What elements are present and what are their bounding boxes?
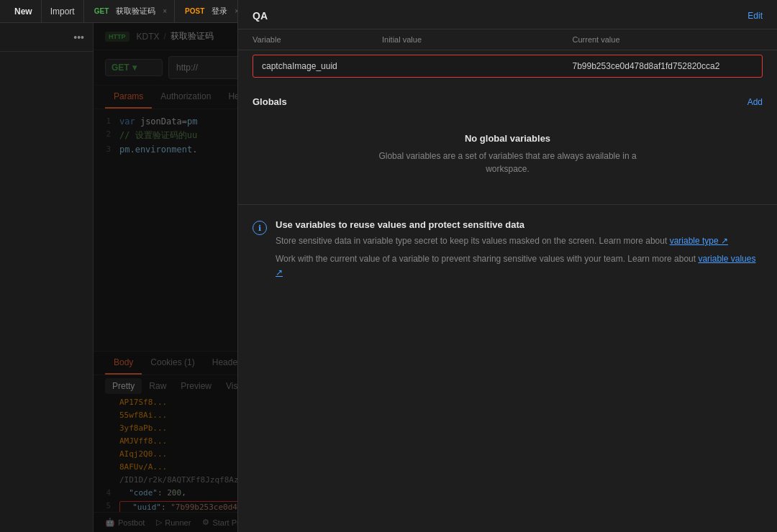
import-button[interactable]: Import	[42, 0, 84, 23]
panel-header: QA Edit	[238, 0, 777, 29]
sidebar: •••	[0, 23, 94, 532]
tip-section: ℹ Use variables to reuse values and prot…	[238, 205, 777, 295]
panel-edit-button[interactable]: Edit	[748, 11, 763, 21]
globals-header: Globals Add	[253, 96, 763, 107]
panel-column-headers: Variable Initial value Current value	[238, 29, 777, 50]
tip-text-work: Work with the current value of a variabl…	[276, 254, 698, 264]
tip-title: Use variables to reuse values and protec…	[276, 219, 763, 230]
tip-text-2: Work with the current value of a variabl…	[276, 252, 763, 280]
tab-post-login[interactable]: POST 登录 ×	[175, 0, 247, 23]
var-name: captchaImage_uuid	[262, 61, 391, 71]
tip-content: Use variables to reuse values and protec…	[276, 219, 763, 280]
col-initial: Initial value	[382, 35, 573, 44]
tip-info-icon: ℹ	[253, 221, 267, 235]
variables-panel: QA Edit Variable Initial value Current v…	[237, 0, 777, 532]
method-post-badge: POST	[182, 6, 207, 16]
col-variable: Variable	[253, 35, 382, 44]
tab-get-label: 获取验证码	[116, 6, 155, 17]
tab-post-label: 登录	[212, 6, 227, 17]
var-current-value: 7b99b253ce0d478d8af1fd752820cca2	[573, 61, 754, 71]
globals-title: Globals	[253, 96, 287, 107]
globals-add-button[interactable]: Add	[748, 97, 763, 107]
sidebar-top: •••	[0, 23, 93, 52]
tip-link-variable-type[interactable]: variable type ↗	[670, 236, 728, 246]
variable-row-highlighted: captchaImage_uuid 7b99b253ce0d478d8af1fd…	[253, 55, 763, 78]
new-button[interactable]: New	[6, 0, 42, 23]
tip-text-1: Store sensitive data in variable type se…	[276, 234, 763, 248]
tab-get-verify[interactable]: GET 获取验证码 ×	[84, 0, 175, 23]
tab-get-close[interactable]: ×	[163, 7, 167, 15]
no-globals-desc: Global variables are a set of variables …	[364, 150, 652, 175]
no-globals: No global variables Global variables are…	[253, 119, 763, 190]
panel-title: QA	[253, 10, 268, 22]
globals-section: Globals Add No global variables Global v…	[238, 82, 777, 205]
method-get-badge: GET	[91, 6, 112, 16]
tip-text-store: Store sensitive data in variable type se…	[276, 236, 670, 246]
col-current: Current value	[573, 35, 763, 44]
no-globals-title: No global variables	[267, 133, 748, 144]
sidebar-more-button[interactable]: •••	[73, 32, 84, 43]
